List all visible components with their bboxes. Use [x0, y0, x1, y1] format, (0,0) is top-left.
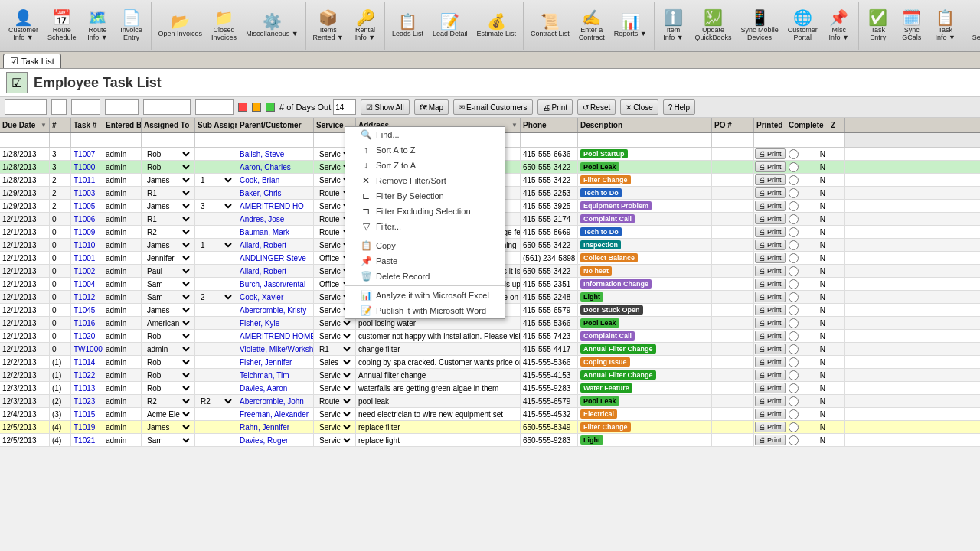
table-row[interactable]: 12/1/2013 0 TW1000 admin admin Violette,…: [0, 343, 980, 356]
print-button[interactable]: 🖨 Print: [755, 305, 786, 315]
enter-contract-button[interactable]: ✍️ Enter aContract: [575, 8, 609, 44]
show-all-button[interactable]: ☑ Show All: [361, 99, 409, 115]
print-button[interactable]: 🖨 Print: [755, 318, 786, 328]
task-id-filter[interactable]: [71, 99, 100, 115]
cell-parent-customer[interactable]: ANDLINGER Steve: [237, 252, 314, 264]
cell-parent-customer[interactable]: Violette, Mike/Workshop: [237, 343, 314, 355]
complete-radio[interactable]: [789, 279, 799, 289]
context-menu-item[interactable]: ↓Sort Z to A: [345, 158, 505, 173]
table-row[interactable]: 12/4/2013 (3) T1015 admin Acme Elect Fre…: [0, 408, 980, 421]
filter-num[interactable]: [50, 133, 71, 147]
cell-parent-customer[interactable]: Allard, Robert: [237, 265, 314, 277]
context-menu-item[interactable]: ▽Filter...: [345, 219, 505, 234]
cell-task-id[interactable]: T1010: [71, 239, 103, 251]
miscellaneous-button[interactable]: ⚙️ Miscellaneous ▼: [242, 11, 302, 40]
cell-task-id[interactable]: TW1000: [71, 343, 103, 355]
cell-parent-customer[interactable]: AMERITREND HO: [237, 200, 314, 212]
context-menu-item[interactable]: 📊Analyze it with Microsoft Excel: [345, 288, 505, 303]
cell-task-id[interactable]: T1015: [71, 408, 103, 420]
color-red[interactable]: [238, 103, 247, 112]
filter-task-id[interactable]: [71, 133, 103, 147]
close-button[interactable]: ✕ Close: [620, 99, 658, 115]
print-button[interactable]: 🖨 Print: [755, 396, 786, 406]
print-all-button[interactable]: 🖨 Print: [537, 99, 573, 115]
cell-task-id[interactable]: T1007: [71, 148, 103, 160]
table-row[interactable]: 12/3/2013 (1) T1013 admin Rob Davies, Aa…: [0, 382, 980, 395]
sync-mobile-button[interactable]: 📱 Sync MobileDevices: [737, 8, 782, 44]
filter-printed[interactable]: [754, 133, 786, 147]
print-button[interactable]: 🖨 Print: [755, 344, 786, 354]
filter-po[interactable]: [712, 133, 754, 147]
col-task-id[interactable]: Task #: [71, 118, 103, 132]
days-out-input[interactable]: [333, 99, 356, 115]
context-menu-item[interactable]: 📋Copy: [345, 238, 505, 253]
map-button[interactable]: 🗺 Map: [414, 99, 449, 115]
col-description[interactable]: Description: [578, 118, 712, 132]
cell-parent-customer[interactable]: Cook, Brian: [237, 174, 314, 186]
closed-invoices-button[interactable]: 📁 ClosedInvoices: [207, 8, 240, 44]
print-button[interactable]: 🖨 Print: [755, 409, 786, 419]
cell-task-id[interactable]: T1009: [71, 226, 103, 238]
cell-task-id[interactable]: T1003: [71, 187, 103, 199]
complete-radio[interactable]: [789, 175, 799, 185]
cell-parent-customer[interactable]: Burch, Jason/rental: [237, 278, 314, 290]
cell-task-id[interactable]: T1005: [71, 200, 103, 212]
cell-parent-customer[interactable]: Andres, Jose: [237, 213, 314, 225]
cell-parent-customer[interactable]: Cook, Xavier: [237, 291, 314, 303]
complete-radio[interactable]: [789, 188, 799, 198]
complete-radio[interactable]: [789, 370, 799, 380]
cell-parent-customer[interactable]: Fisher, Kyle: [237, 317, 314, 329]
complete-radio[interactable]: [789, 305, 799, 315]
misc-info-button[interactable]: 📌 MiscInfo ▼: [823, 8, 855, 44]
cell-parent-customer[interactable]: Rahn, Jennifer: [237, 421, 314, 433]
complete-radio[interactable]: [789, 357, 799, 367]
cell-parent-customer[interactable]: Allard, Robert: [237, 239, 314, 251]
cell-task-id[interactable]: T1022: [71, 369, 103, 381]
route-info-button[interactable]: 🗺️ RouteInfo ▼: [82, 8, 114, 44]
update-quickbooks-button[interactable]: 💹 UpdateQuickBooks: [691, 8, 736, 44]
customer-info-button[interactable]: 👤 CustomerInfo ▼: [5, 8, 42, 44]
rental-info-button[interactable]: 🔑 RentalInfo ▼: [349, 8, 381, 44]
col-complete[interactable]: Complete: [786, 118, 828, 132]
cell-task-id[interactable]: T1012: [71, 291, 103, 303]
complete-radio[interactable]: [789, 253, 799, 263]
print-button[interactable]: 🖨 Print: [755, 187, 786, 198]
complete-radio[interactable]: [789, 435, 799, 445]
cell-parent-customer[interactable]: Davies, Aaron: [237, 382, 314, 394]
col-printed[interactable]: Printed: [754, 118, 786, 132]
route-schedule-button[interactable]: 📅 RouteSchedule: [44, 8, 80, 44]
print-button[interactable]: 🖨 Print: [755, 161, 786, 172]
complete-radio[interactable]: [789, 292, 799, 302]
help-button[interactable]: ? Help: [663, 99, 695, 115]
col-num[interactable]: #: [50, 118, 71, 132]
cell-parent-customer[interactable]: Abercrombie, Kristy: [237, 304, 314, 316]
leads-list-button[interactable]: 📋 Leads List: [388, 11, 427, 40]
cell-parent-customer[interactable]: Freeman, Alexander: [237, 408, 314, 420]
cell-task-id[interactable]: T1001: [71, 252, 103, 264]
due-date-filter[interactable]: [5, 99, 47, 115]
print-button[interactable]: 🖨 Print: [755, 253, 786, 263]
filter-assigned-to[interactable]: [142, 133, 195, 147]
item-info-button[interactable]: ℹ️ ItemInfo ▼: [658, 8, 690, 44]
cell-task-id[interactable]: T1020: [71, 330, 103, 342]
task-list-tab[interactable]: ☑ Task List: [3, 54, 61, 68]
col-entered-by[interactable]: Entered By: [103, 118, 142, 132]
complete-radio[interactable]: [789, 214, 799, 224]
print-button[interactable]: 🖨 Print: [755, 148, 786, 159]
cell-parent-customer[interactable]: Teichman, Tim: [237, 369, 314, 381]
cell-task-id[interactable]: T1013: [71, 382, 103, 394]
customer-portal-button[interactable]: 🌐 CustomerPortal: [784, 8, 822, 44]
complete-radio[interactable]: [789, 149, 799, 159]
context-menu-item[interactable]: 🔍Find...: [345, 127, 505, 142]
cell-task-id[interactable]: T1023: [71, 395, 103, 407]
print-button[interactable]: 🖨 Print: [755, 370, 786, 380]
filter-zo[interactable]: [828, 133, 845, 147]
reports-button[interactable]: 📊 Reports ▼: [610, 11, 651, 40]
cell-task-id[interactable]: T1045: [71, 304, 103, 316]
complete-radio[interactable]: [789, 396, 799, 406]
table-row[interactable]: 12/2/2013 (1) T1022 admin Rob Teichman, …: [0, 369, 980, 382]
col-sub-assigned[interactable]: Sub Assigned: [195, 118, 237, 132]
cell-task-id[interactable]: T1014: [71, 356, 103, 368]
complete-radio[interactable]: [789, 422, 799, 432]
table-row[interactable]: 12/2/2013 (1) T1014 admin Rob Fisher, Je…: [0, 356, 980, 369]
